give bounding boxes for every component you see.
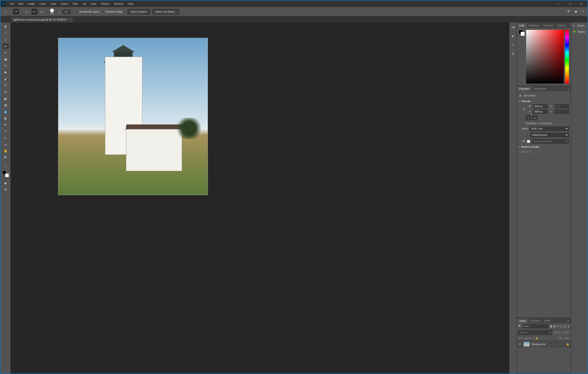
tab-adjustments[interactable]: Adjustments xyxy=(532,86,549,91)
menu-plugins[interactable]: Plugins xyxy=(99,1,111,6)
x-field[interactable] xyxy=(555,104,569,108)
sample-all-check[interactable]: Sample All Layers xyxy=(75,10,100,13)
edit-toolbar-icon[interactable]: ⋯ xyxy=(2,163,9,169)
hue-slider[interactable] xyxy=(565,30,569,84)
color-swatches[interactable] xyxy=(2,171,9,177)
plugins-panel-button[interactable]: 🧩 Plugins xyxy=(571,29,588,35)
enhance-edge-check[interactable]: Enhance Edge xyxy=(102,10,123,13)
width-field[interactable] xyxy=(533,104,548,108)
quickmask-icon[interactable]: ◙ xyxy=(2,180,9,186)
home-icon[interactable]: ⌂ xyxy=(3,9,8,14)
menu-layer[interactable]: Layer xyxy=(38,1,48,6)
panel-menu-icon[interactable]: ≡ xyxy=(566,87,571,91)
menu-edit[interactable]: Edit xyxy=(17,1,25,6)
fill-swatch[interactable] xyxy=(527,140,530,143)
grid-icon[interactable]: ▤ xyxy=(526,150,528,153)
menu-select[interactable]: Select xyxy=(59,1,70,6)
menu-view[interactable]: View xyxy=(89,1,98,6)
blur-tool[interactable]: 💧 xyxy=(2,109,9,114)
tab-properties[interactable]: Properties xyxy=(517,86,532,91)
eraser-tool[interactable]: ◧ xyxy=(2,96,9,101)
tab-swatches[interactable]: Swatches xyxy=(527,23,541,28)
filter-type-select[interactable] xyxy=(523,324,549,328)
menu-window[interactable]: Window xyxy=(113,1,125,6)
lasso-tool[interactable]: ⌇ xyxy=(2,37,9,43)
background-color[interactable] xyxy=(5,173,9,177)
blend-mode-select[interactable]: Normal xyxy=(518,330,552,335)
gradient-tool[interactable]: ▤ xyxy=(2,102,9,108)
history-panel-icon[interactable]: ▸▮ xyxy=(511,25,515,29)
close-button[interactable]: ✕ xyxy=(576,0,587,7)
link-icon[interactable]: ⛓ xyxy=(522,108,526,110)
guide-icon[interactable]: ▥ xyxy=(529,150,532,153)
filter-pixel-icon[interactable]: ▦ xyxy=(550,325,552,328)
menu-help[interactable]: Help xyxy=(126,1,135,6)
menu-image[interactable]: Image xyxy=(26,1,37,6)
adjust-panel-icon[interactable]: ≡ xyxy=(511,43,515,47)
lock-pixels-icon[interactable]: ▩ xyxy=(525,337,527,340)
saturation-picker[interactable] xyxy=(526,30,564,84)
panel-menu-icon[interactable]: ≡ xyxy=(566,319,571,323)
layer-thumbnail[interactable] xyxy=(523,342,530,347)
filter-shape-icon[interactable]: ▢ xyxy=(560,325,563,328)
healing-tool[interactable]: ✚ xyxy=(2,70,9,75)
history-brush-tool[interactable]: ↺ xyxy=(2,89,9,95)
angle-field[interactable]: 0° xyxy=(63,10,71,14)
ruler-icon[interactable]: ▦ xyxy=(522,150,524,153)
tab-color[interactable]: Color xyxy=(517,23,527,28)
tab-gradients[interactable]: Gradients xyxy=(541,23,555,28)
select-and-mask-button[interactable]: Select and Mask... xyxy=(152,9,180,14)
orientation-landscape-icon[interactable]: ▭ xyxy=(532,116,537,120)
menu-file[interactable]: File xyxy=(8,1,16,6)
brush-tool[interactable]: 🖌 xyxy=(2,76,9,82)
shape-tool[interactable]: ▭ xyxy=(2,141,9,147)
marquee-tool[interactable]: ⬚ xyxy=(2,30,9,36)
eyedropper-tool[interactable]: ✎ xyxy=(2,63,9,69)
quick-select-tool[interactable]: ✒ xyxy=(2,43,9,49)
tab-paths[interactable]: Paths xyxy=(542,319,552,323)
mode-select[interactable]: RGB Color xyxy=(530,127,569,131)
libraries-panel-button[interactable]: ▯ Librari... xyxy=(571,22,588,29)
filter-smart-icon[interactable]: ◫ xyxy=(564,325,566,328)
depth-select[interactable]: 8 Bits/Channel xyxy=(530,133,569,137)
layer-row[interactable]: 👁 Background 🔒 xyxy=(517,341,571,348)
fill-value[interactable]: 100% xyxy=(563,337,569,340)
type-tool[interactable]: T xyxy=(2,128,9,134)
zoom-tool[interactable]: 🔍 xyxy=(2,155,9,160)
panel-color-swatches[interactable] xyxy=(519,30,525,36)
menu-filter[interactable]: Filter xyxy=(71,1,80,6)
frame-tool[interactable]: ▣ xyxy=(2,56,9,62)
filter-toggle-icon[interactable]: ● xyxy=(568,325,569,328)
lock-artboard-icon[interactable]: ⤢ xyxy=(532,337,534,340)
share-icon[interactable]: ⇪ xyxy=(580,9,585,14)
path-select-tool[interactable]: ▷ xyxy=(2,135,9,140)
lock-position-icon[interactable]: ✜ xyxy=(529,337,531,340)
background-swatch[interactable] xyxy=(521,32,525,36)
menu-3d[interactable]: 3D xyxy=(81,1,88,6)
subtract-selection-icon[interactable]: ▭₋ xyxy=(40,9,45,14)
stamp-tool[interactable]: ⛉ xyxy=(2,83,9,88)
actions-panel-icon[interactable]: ▶ xyxy=(511,34,515,38)
search-icon[interactable]: 🔍 xyxy=(518,325,522,328)
tab-channels[interactable]: Channels xyxy=(528,319,542,323)
menu-type[interactable]: Type xyxy=(49,1,58,6)
brush-preview[interactable]: 285 xyxy=(50,9,54,15)
orientation-portrait-icon[interactable]: ▯ xyxy=(526,116,531,120)
maximize-button[interactable]: ☐ xyxy=(565,0,575,7)
minimize-button[interactable]: ─ xyxy=(554,0,564,7)
close-tab-icon[interactable]: × xyxy=(70,18,71,21)
rulers-section[interactable]: Rulers & Grids xyxy=(519,145,569,148)
lock-all-icon[interactable]: 🔒 xyxy=(535,337,538,340)
add-selection-icon[interactable]: ▭₊ xyxy=(32,9,37,14)
workspace-icon[interactable]: ▣ xyxy=(574,9,578,14)
tab-patterns[interactable]: Patterns xyxy=(555,23,568,28)
document-tab[interactable]: lighthouse vertical pano.jpg @ 40.1% (RG… xyxy=(11,17,74,22)
styles-panel-icon[interactable]: ⚙ xyxy=(511,51,515,56)
crop-tool[interactable]: ✂ xyxy=(2,50,9,55)
lock-icon[interactable]: 🔒 xyxy=(566,343,569,346)
select-subject-button[interactable]: Select Subject xyxy=(127,9,150,14)
filter-adjust-icon[interactable]: ◐ xyxy=(554,325,556,328)
new-selection-icon[interactable]: ▭ xyxy=(24,9,29,14)
canvas-area[interactable] xyxy=(11,22,509,374)
search-icon[interactable]: 🔍 xyxy=(567,9,571,14)
